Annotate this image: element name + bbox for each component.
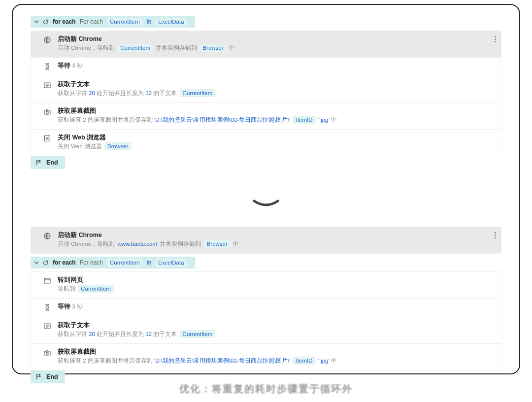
close-icon	[43, 134, 52, 143]
loop-var: CurrentItem	[107, 18, 143, 26]
end-label: End	[46, 159, 58, 166]
loop-src: ExcelData	[155, 18, 187, 26]
action-row[interactable]: 启动新 Chrome启动 Chrome，导航到 'www.baidu.com' …	[31, 227, 501, 253]
svg-rect-6	[44, 278, 50, 283]
flag-icon	[35, 159, 42, 166]
loop-plain: For each	[80, 18, 103, 25]
svg-rect-2	[44, 110, 50, 114]
action-row[interactable]: 获取子文本获取从字符 20 处开始并且长度为 12 的子文本 CurrentIt…	[31, 76, 501, 103]
arrow-down-icon	[252, 199, 280, 208]
camera-icon	[43, 107, 52, 116]
upper-flow: for each For each CurrentItem in ExcelDa…	[31, 16, 501, 169]
action-row[interactable]: 启动新 Chrome启动 Chrome，导航到 CurrentItem 并将实例…	[31, 31, 501, 58]
action-row[interactable]: 等待 3 秒	[31, 299, 501, 317]
loop-icon	[42, 260, 49, 266]
chevron-down-icon[interactable]	[33, 19, 39, 25]
flag-icon	[35, 373, 42, 380]
loop-keyword: for each	[53, 18, 76, 25]
screenshot-card: for each For each CurrentItem in ExcelDa…	[12, 4, 520, 374]
window-icon	[43, 276, 52, 285]
text-icon	[43, 81, 52, 90]
loop-plain: For each	[80, 259, 103, 266]
loop-src: ExcelData	[155, 259, 187, 267]
text-icon	[43, 322, 52, 331]
more-icon[interactable]	[495, 36, 496, 42]
loop-icon	[42, 19, 49, 25]
upper-actions: 启动新 Chrome启动 Chrome，导航到 CurrentItem 并将实例…	[31, 31, 501, 156]
loop-keyword: for each	[53, 259, 76, 266]
hourglass-icon	[43, 303, 52, 312]
action-row[interactable]: 获取屏幕截图获取屏幕 2 的屏幕截图并将其保存到 'D:\我的坚果云\常用模块案…	[31, 344, 501, 370]
caption: 优化：将重复的耗时步骤置于循环外	[0, 382, 532, 396]
chevron-down-icon[interactable]	[33, 260, 39, 266]
loop-end-lower[interactable]: End	[31, 370, 65, 383]
camera-icon	[43, 348, 52, 357]
hourglass-icon	[43, 62, 52, 71]
launch-standalone: 启动新 Chrome启动 Chrome，导航到 'www.baidu.com' …	[31, 227, 501, 254]
globe-icon	[43, 232, 52, 240]
globe-icon	[43, 35, 52, 44]
svg-point-3	[46, 111, 48, 113]
lower-actions: 转到网页导航到 CurrentItem 等待 3 秒 获取子文本获取从字符 20…	[31, 271, 501, 370]
action-row[interactable]: 等待 3 秒	[31, 58, 501, 76]
loop-in: in	[147, 259, 151, 266]
loop-var: CurrentItem	[107, 259, 143, 267]
loop-header-upper[interactable]: for each For each CurrentItem in ExcelDa…	[31, 16, 195, 28]
loop-header-lower[interactable]: for each For each CurrentItem in ExcelDa…	[31, 257, 195, 268]
loop-in: in	[147, 18, 151, 25]
lower-flow: 启动新 Chrome启动 Chrome，导航到 'www.baidu.com' …	[31, 227, 501, 383]
action-row[interactable]: 获取子文本获取从字符 20 处开始并且长度为 12 的子文本 CurrentIt…	[31, 317, 501, 344]
action-row[interactable]: 获取屏幕截图获取屏幕 2 的屏幕截图并将其保存到 'D:\我的坚果云\常用模块案…	[31, 103, 501, 130]
loop-end-upper[interactable]: End	[31, 156, 65, 169]
svg-point-9	[46, 352, 48, 354]
action-row[interactable]: 关闭 Web 浏览器关闭 Web 浏览器 Browser	[31, 130, 501, 156]
more-icon[interactable]	[495, 232, 496, 238]
action-row[interactable]: 转到网页导航到 CurrentItem	[31, 272, 501, 299]
end-label: End	[46, 373, 58, 380]
